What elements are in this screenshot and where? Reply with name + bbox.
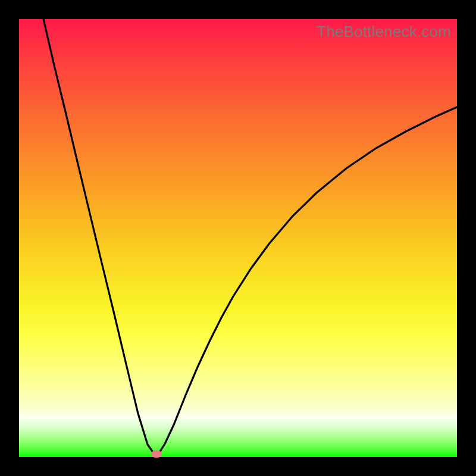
chart-container: TheBottleneck.com bbox=[0, 0, 476, 476]
min-point-marker bbox=[151, 450, 162, 458]
curve-path bbox=[43, 19, 457, 454]
curve-svg bbox=[19, 19, 457, 457]
plot-area: TheBottleneck.com bbox=[19, 19, 457, 457]
